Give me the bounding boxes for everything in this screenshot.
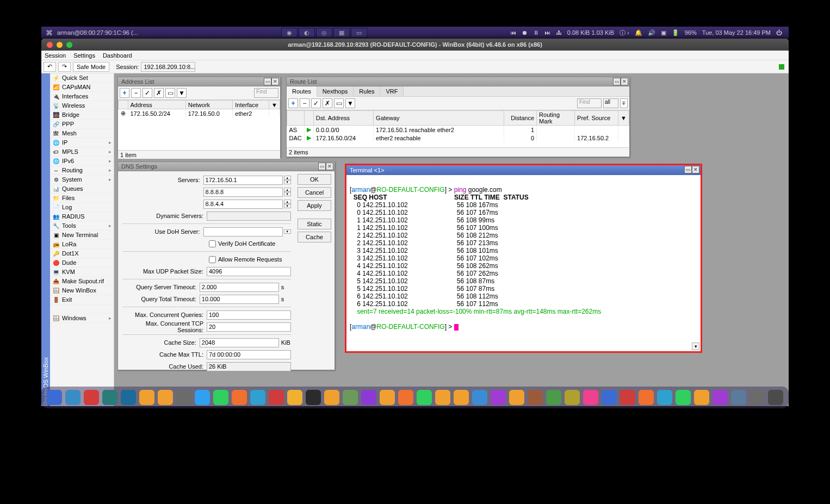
session-value[interactable]: 192.168.209.10:8... (141, 62, 195, 72)
sidebar-item-routing[interactable]: ↔Routing▸ (50, 166, 114, 175)
win-close-icon[interactable]: ✕ (326, 163, 333, 170)
sidebar-item-windows[interactable]: 🪟Windows▸ (50, 314, 114, 323)
dns-settings-window[interactable]: DNS Settings ▭✕ OK Cancel Apply Static C… (117, 161, 335, 370)
col-network[interactable]: Network (185, 101, 233, 109)
cancel-button[interactable]: Cancel (298, 187, 331, 198)
route-table[interactable]: Dst. Address Gateway Distance Routing Ma… (287, 110, 629, 142)
dock-item-25[interactable] (509, 390, 524, 405)
sidebar-item-system[interactable]: ⚙System▸ (50, 175, 114, 184)
dock-item-9[interactable] (213, 390, 228, 405)
scroll-down-icon[interactable]: ▾ (692, 343, 699, 350)
dock-item-28[interactable] (565, 390, 580, 405)
apply-button[interactable]: Apply (298, 200, 331, 211)
sidebar-item-exit[interactable]: 🚪Exit (50, 295, 114, 304)
doh-input[interactable] (203, 227, 283, 237)
dock-item-37[interactable] (731, 390, 746, 405)
filter-all[interactable]: all (603, 98, 618, 108)
dock-item-20[interactable] (417, 390, 432, 405)
dock-item-14[interactable] (306, 390, 321, 405)
disable-button[interactable]: ✗ (154, 88, 164, 98)
cache-size-input[interactable] (200, 338, 279, 347)
address-list-title[interactable]: Address List ▭✕ (118, 77, 280, 86)
spin-up-icon[interactable]: ▲ (284, 176, 291, 180)
dock-item-5[interactable] (139, 390, 154, 405)
route-list-window[interactable]: Route List ▭✕ Routes Nexthops Rules VRF … (286, 77, 630, 157)
sidebar-item-kvm[interactable]: 💻KVM (50, 267, 114, 277)
dock-item-30[interactable] (602, 390, 617, 405)
sidebar-item-new-terminal[interactable]: ▣New Terminal (50, 231, 114, 240)
table-row[interactable]: DAC▶ 172.16.50.0/24ether2 reachable 0172… (287, 134, 629, 142)
dock-item-16[interactable] (343, 390, 358, 405)
tray-chrome-icon[interactable]: ◉ (281, 28, 298, 38)
dock-item-3[interactable] (102, 390, 117, 405)
sidebar-item-ip[interactable]: 🌐IP▸ (50, 138, 114, 147)
address-list-window[interactable]: Address List ▭✕ + − ✓ ✗ ▭ ▼ Find Addres (117, 77, 281, 157)
dock-item-11[interactable] (250, 390, 265, 405)
sidebar-item-mesh[interactable]: 🕸Mesh (50, 129, 114, 138)
remove-button[interactable]: − (131, 88, 141, 98)
mct-input[interactable] (207, 322, 291, 332)
media-pause-icon[interactable]: ⏸ (533, 29, 539, 36)
col-address[interactable]: Address (128, 101, 185, 109)
net-speed-icon[interactable]: 🖧 (556, 29, 562, 36)
sidebar-item-interfaces[interactable]: 🔌Interfaces (50, 92, 114, 101)
win-close-icon[interactable]: ✕ (692, 166, 699, 173)
dock-item-33[interactable] (657, 390, 672, 405)
disable-button[interactable]: ✗ (323, 98, 332, 108)
dock-item-24[interactable] (491, 390, 506, 405)
qst-input[interactable] (200, 283, 279, 292)
sidebar-item-lora[interactable]: 📻LoRa (50, 240, 114, 249)
media-prev-icon[interactable]: ⏮ (510, 29, 516, 36)
dock-item-36[interactable] (713, 390, 728, 405)
sidebar-item-quick-set[interactable]: ⚡Quick Set (50, 73, 114, 83)
sidebar-item-ppp[interactable]: 🔗PPP (50, 120, 114, 129)
tab-routes[interactable]: Routes (287, 86, 317, 97)
dock-item-1[interactable] (65, 390, 80, 405)
redo-button[interactable]: ↷ (58, 62, 71, 72)
win-min-icon[interactable]: ▭ (318, 163, 326, 170)
allow-remote-checkbox[interactable] (209, 256, 216, 263)
enable-button[interactable]: ✓ (143, 88, 152, 98)
terminal-title[interactable]: Terminal <1> ▭✕ (346, 165, 701, 175)
terminal-body[interactable]: [arman@RO-DEFAULT-CONFIG] > ping google.… (346, 175, 701, 351)
servers-input-2[interactable] (203, 200, 283, 209)
sidebar-item-capsman[interactable]: 📶CAPsMAN (50, 83, 114, 92)
dock-item-23[interactable] (472, 390, 487, 405)
filter-icon[interactable]: ▼ (177, 88, 187, 98)
servers-input-0[interactable] (203, 176, 283, 185)
tray-app5-icon[interactable]: ▭ (351, 28, 367, 38)
static-button[interactable]: Static (298, 219, 331, 229)
mcq-input[interactable] (207, 310, 291, 320)
dock-item-34[interactable] (676, 390, 691, 405)
media-next-icon[interactable]: ⏭ (544, 29, 550, 36)
tab-rules[interactable]: Rules (354, 86, 380, 96)
sidebar-item-radius[interactable]: 👥RADIUS (50, 212, 114, 221)
ok-button[interactable]: OK (298, 174, 331, 185)
menu-settings[interactable]: Settings (73, 52, 95, 59)
dock-item-4[interactable] (121, 390, 136, 405)
dock-item-10[interactable] (232, 390, 247, 405)
sidebar-item-wireless[interactable]: 📡Wireless (50, 101, 114, 110)
address-table[interactable]: Address Network Interface ▼ ⊕ 172.16.50.… (118, 100, 280, 117)
menu-dashboard[interactable]: Dashboard (103, 52, 132, 59)
bell-icon[interactable]: 🔔 (635, 29, 642, 36)
remove-button[interactable]: − (300, 98, 309, 108)
dock-item-21[interactable] (435, 390, 450, 405)
comment-button[interactable]: ▭ (165, 88, 175, 98)
media-rec-icon[interactable]: ⏺ (522, 29, 528, 36)
battery-icon[interactable]: 🔋 (672, 29, 679, 36)
dock-item-13[interactable] (287, 390, 302, 405)
dock-item-38[interactable] (750, 390, 765, 405)
servers-input-1[interactable] (203, 188, 283, 197)
dock-item-15[interactable] (324, 390, 339, 405)
tray-app2-icon[interactable]: ◐ (299, 28, 315, 38)
dock-item-2[interactable] (84, 390, 99, 405)
dock-item-29[interactable] (583, 390, 598, 405)
sidebar-item-new-winbox[interactable]: 🪟New WinBox (50, 286, 114, 295)
dns-title[interactable]: DNS Settings ▭✕ (118, 162, 335, 171)
sidebar-item-log[interactable]: 📄Log (50, 203, 114, 212)
table-row[interactable]: AS▶ 0.0.0.0/0172.16.50.1 reachable ether… (287, 126, 629, 134)
win-close-icon[interactable]: ✕ (271, 78, 279, 85)
dock-item-39[interactable] (768, 390, 783, 405)
route-list-title[interactable]: Route List ▭✕ (287, 77, 629, 86)
